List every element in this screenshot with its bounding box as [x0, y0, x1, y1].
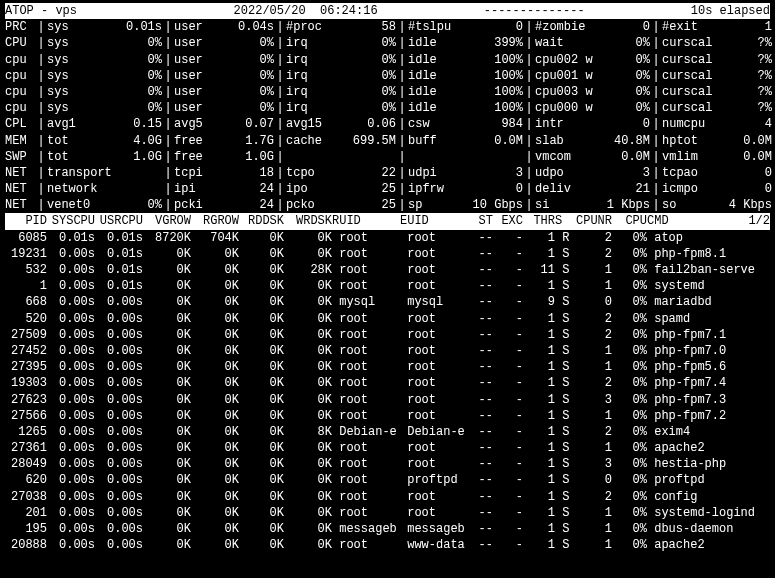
col-thr[interactable]: THR	[523, 213, 555, 229]
col-pid[interactable]: PID	[5, 213, 47, 229]
cell-cmd: systemd	[647, 278, 740, 294]
sys-label: MEM	[5, 133, 35, 149]
sys-row: NET|transport|tcpi18|tcpo22|udpi3|udpo3|…	[5, 165, 772, 181]
sys-label: cpu	[5, 68, 35, 84]
cell-pad	[740, 327, 770, 343]
cell-cpunr: 2	[570, 424, 612, 440]
cell-exc: -	[493, 408, 523, 424]
cell-cpunr: 2	[570, 311, 612, 327]
process-row[interactable]: 280490.00s0.00s0K0K0K0K root root---1 S3…	[5, 456, 770, 472]
col-cpunr[interactable]: CPUNR	[570, 213, 612, 229]
process-row[interactable]: 1950.00s0.00s0K0K0K0K messageb messageb-…	[5, 521, 770, 537]
cell-pad	[740, 537, 770, 553]
cell-ruid: root	[332, 375, 400, 391]
separator: |	[162, 165, 174, 181]
process-row[interactable]: 274520.00s0.00s0K0K0K0K root root---1 S1…	[5, 343, 770, 359]
separator: |	[523, 100, 535, 116]
process-row[interactable]: 6680.00s0.00s0K0K0K0K mysql mysql---9 S0…	[5, 294, 770, 310]
cell-st: --	[468, 262, 493, 278]
cell-cpu: 0%	[612, 537, 647, 553]
sys-c4: idle	[408, 68, 463, 84]
process-row[interactable]: 5200.00s0.00s0K0K0K0K root root---1 S20%…	[5, 311, 770, 327]
cell-st: --	[468, 294, 493, 310]
sys-c1: network	[47, 181, 117, 197]
sys-row: NET|network|ipi24|ipo25|ipfrw0|deliv21|i…	[5, 181, 772, 197]
sys-v6: ?%	[722, 52, 772, 68]
cell-cpu: 0%	[612, 392, 647, 408]
sys-c3: irq	[286, 35, 341, 51]
sys-row: CPU|sys0%|user0%|irq0%|idle399%|wait0%|c…	[5, 35, 772, 51]
cell-st: --	[468, 489, 493, 505]
cell-vgrow: 0K	[143, 408, 191, 424]
process-row[interactable]: 12650.00s0.00s0K0K0K8K Debian-e Debian-e…	[5, 424, 770, 440]
separator: |	[162, 149, 174, 165]
cell-syscpu: 0.00s	[47, 375, 95, 391]
col-cmd[interactable]: CMD	[647, 213, 740, 229]
process-row[interactable]: 60850.01s0.01s8720K704K0K0K root root---…	[5, 230, 770, 246]
col-rddsk[interactable]: RDDSK	[239, 213, 284, 229]
process-row[interactable]: 6200.00s0.00s0K0K0K0K root proftpd---1 S…	[5, 472, 770, 488]
separator: |	[162, 197, 174, 213]
sys-v6: 0.0M	[722, 133, 772, 149]
col-cpu[interactable]: CPU	[612, 213, 647, 229]
cell-vgrow: 0K	[143, 375, 191, 391]
sys-v4: 100%	[463, 84, 523, 100]
cell-exc: -	[493, 424, 523, 440]
cell-rddsk: 0K	[239, 392, 284, 408]
col-vgrow[interactable]: VGROW	[143, 213, 191, 229]
cell-thr: 1	[523, 456, 555, 472]
sys-v1: 0%	[117, 100, 162, 116]
cell-syscpu: 0.00s	[47, 278, 95, 294]
sys-label: cpu	[5, 52, 35, 68]
process-row[interactable]: 273610.00s0.00s0K0K0K0K root root---1 S1…	[5, 440, 770, 456]
col-wrdsk[interactable]: WRDSK	[284, 213, 332, 229]
cell-cpunr: 1	[570, 343, 612, 359]
sys-c2: ipi	[174, 181, 229, 197]
col-syscpu[interactable]: SYSCPU	[47, 213, 95, 229]
cell-usrcpu: 0.01s	[95, 278, 143, 294]
cell-vgrow: 0K	[143, 424, 191, 440]
cell-syscpu: 0.00s	[47, 359, 95, 375]
cell-cmd: proftpd	[647, 472, 740, 488]
cell-ruid: root	[332, 537, 400, 553]
sys-v4: 0.0M	[463, 133, 523, 149]
process-row[interactable]: 192310.00s0.01s0K0K0K0K root root---1 S2…	[5, 246, 770, 262]
cell-exc: -	[493, 440, 523, 456]
cell-wrdsk: 0K	[284, 489, 332, 505]
process-row[interactable]: 10.00s0.01s0K0K0K0K root root---1 S10% s…	[5, 278, 770, 294]
col-st[interactable]: ST	[468, 213, 493, 229]
col-euid[interactable]: EUID	[400, 213, 468, 229]
col-s[interactable]: S	[555, 213, 570, 229]
cell-euid: root	[400, 392, 468, 408]
col-usrcpu[interactable]: USRCPU	[95, 213, 143, 229]
cell-s: S	[555, 456, 570, 472]
process-row[interactable]: 276230.00s0.00s0K0K0K0K root root---1 S3…	[5, 392, 770, 408]
sys-v3: 0%	[341, 84, 396, 100]
sys-v1	[117, 181, 162, 197]
process-row[interactable]: 193030.00s0.00s0K0K0K0K root root---1 S2…	[5, 375, 770, 391]
col-exc[interactable]: EXC	[493, 213, 523, 229]
col-rgrow[interactable]: RGROW	[191, 213, 239, 229]
sys-row: NET|venet00%|pcki24|pcko25|sp10 Gbps|si1…	[5, 197, 772, 213]
sys-c3: ipo	[286, 181, 341, 197]
cell-rddsk: 0K	[239, 489, 284, 505]
sys-row: PRC|sys0.01s|user0.04s|#proc58|#tslpu0|#…	[5, 19, 772, 35]
process-row[interactable]: 5320.00s0.01s0K0K0K28K root root---11 S1…	[5, 262, 770, 278]
process-row[interactable]: 275090.00s0.00s0K0K0K0K root root---1 S2…	[5, 327, 770, 343]
process-row[interactable]: 208880.00s0.00s0K0K0K0K root www-data---…	[5, 537, 770, 553]
sys-c2: free	[174, 133, 229, 149]
cell-rgrow: 0K	[191, 375, 239, 391]
sys-v1: 0%	[117, 197, 162, 213]
process-row[interactable]: 275660.00s0.00s0K0K0K0K root root---1 S1…	[5, 408, 770, 424]
cell-pad	[740, 375, 770, 391]
process-row[interactable]: 2010.00s0.00s0K0K0K0K root root---1 S10%…	[5, 505, 770, 521]
cell-s: S	[555, 392, 570, 408]
cell-usrcpu: 0.01s	[95, 246, 143, 262]
cell-cpunr: 0	[570, 472, 612, 488]
process-row[interactable]: 270380.00s0.00s0K0K0K0K root root---1 S2…	[5, 489, 770, 505]
sys-v1	[117, 165, 162, 181]
process-row[interactable]: 273950.00s0.00s0K0K0K0K root root---1 S1…	[5, 359, 770, 375]
col-ruid[interactable]: RUID	[332, 213, 400, 229]
sys-c5: wait	[535, 35, 600, 51]
cell-rddsk: 0K	[239, 456, 284, 472]
